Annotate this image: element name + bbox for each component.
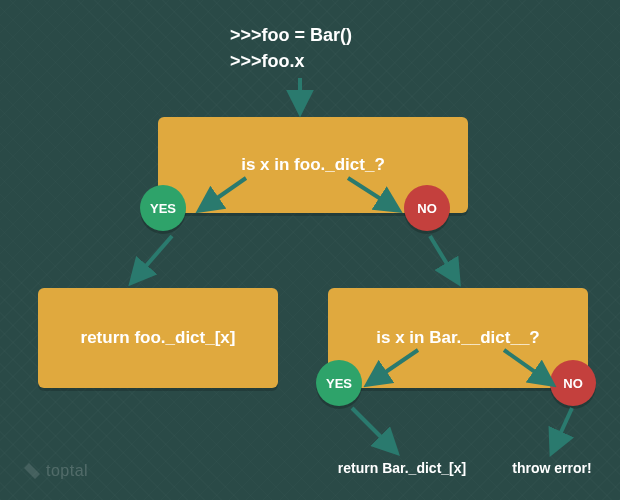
toptal-logo-icon [24, 463, 40, 479]
arrow-yes-to-return-foo [132, 236, 172, 282]
result-throw-error: throw error! [492, 460, 612, 476]
badge-label: YES [326, 376, 352, 391]
arrow-no-to-throw [552, 408, 572, 452]
result-label: return foo._dict_[x] [81, 328, 236, 348]
no-badge: NO [404, 185, 450, 231]
badge-label: NO [417, 201, 437, 216]
code-line-1: >>>foo = Bar() [230, 25, 352, 45]
badge-label: YES [150, 201, 176, 216]
decision-box-bar-dict: is x in Bar.__dict__? YES NO [328, 288, 588, 388]
result-box-return-foo: return foo._dict_[x] [38, 288, 278, 388]
arrow-yes-to-return-bar [352, 408, 396, 452]
watermark-text: toptal [46, 462, 88, 480]
yes-badge: YES [140, 185, 186, 231]
code-line-2: >>>foo.x [230, 51, 305, 71]
code-snippet: >>>foo = Bar() >>>foo.x [230, 22, 352, 74]
decision-label: is x in Bar.__dict__? [376, 328, 539, 348]
decision-box-foo-dict: is x in foo._dict_? YES NO [158, 117, 468, 213]
flow-arrows [0, 0, 620, 500]
badge-label: NO [563, 376, 583, 391]
yes-badge: YES [316, 360, 362, 406]
watermark: toptal [24, 462, 88, 480]
result-return-bar: return Bar._dict_[x] [312, 460, 492, 476]
no-badge: NO [550, 360, 596, 406]
decision-label: is x in foo._dict_? [241, 155, 385, 175]
arrow-no-to-bar-dict [430, 236, 458, 282]
